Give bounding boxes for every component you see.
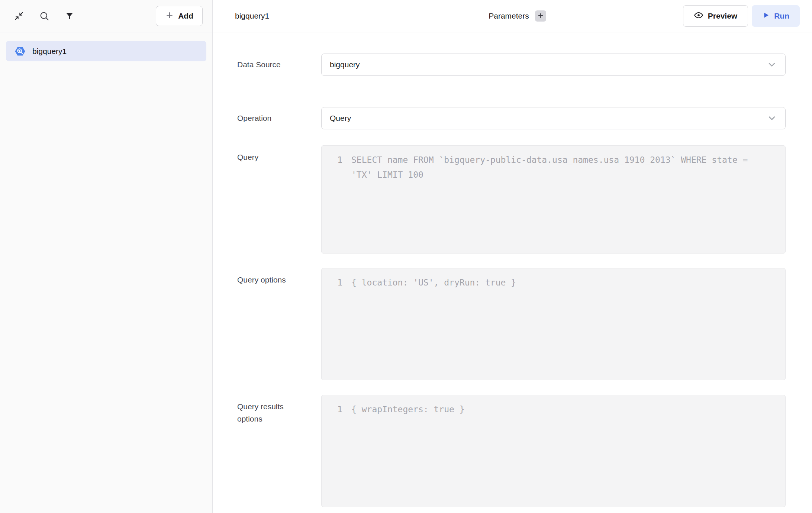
- query-list: bigquery1: [0, 32, 212, 70]
- query-item-label: bigquery1: [32, 47, 67, 56]
- query-options-label: Query options: [237, 268, 321, 286]
- app-window: Add bigquery1 bigquery1: [0, 0, 812, 513]
- chevron-down-icon: [767, 113, 777, 123]
- query-title: bigquery1: [235, 12, 269, 20]
- query-panel-sidebar: Add bigquery1: [0, 0, 213, 513]
- operation-value: Query: [330, 114, 351, 123]
- line-number: 1: [333, 275, 342, 290]
- chevron-down-icon: [767, 59, 777, 70]
- query-results-options-label: Query results options: [237, 395, 321, 425]
- add-query-button[interactable]: Add: [156, 6, 203, 26]
- add-parameter-button[interactable]: [535, 10, 546, 22]
- data-source-value: bigquery: [330, 60, 360, 69]
- line-number: 1: [333, 402, 342, 417]
- query-header: bigquery1 Parameters: [213, 0, 812, 32]
- data-source-row: Data Source bigquery: [237, 54, 786, 76]
- run-button[interactable]: Run: [752, 5, 800, 27]
- collapse-panel-button[interactable]: [13, 10, 25, 22]
- query-results-options-editor[interactable]: 1 { wrapIntegers: true }: [321, 395, 786, 507]
- query-code-editor[interactable]: 1 SELECT name FROM `bigquery-public-data…: [321, 145, 786, 254]
- query-results-options-row: Query results options 1 { wrapIntegers: …: [237, 395, 786, 507]
- query-options-editor[interactable]: 1 { location: 'US', dryRun: true }: [321, 268, 786, 380]
- query-options-row: Query options 1 { location: 'US', dryRun…: [237, 268, 786, 380]
- query-options-placeholder: { location: 'US', dryRun: true }: [351, 275, 772, 290]
- operation-select[interactable]: Query: [321, 107, 786, 129]
- query-label: Query: [237, 145, 321, 164]
- collapse-panel-icon: [14, 11, 24, 21]
- search-icon: [39, 11, 49, 21]
- query-list-item-bigquery1[interactable]: bigquery1: [6, 41, 206, 61]
- preview-button[interactable]: Preview: [683, 5, 748, 27]
- search-button[interactable]: [39, 10, 50, 22]
- run-label: Run: [774, 12, 789, 20]
- bigquery-icon: [14, 46, 26, 57]
- query-placeholder: SELECT name FROM `bigquery-public-data.u…: [351, 152, 772, 182]
- play-icon: [762, 12, 770, 21]
- line-number: 1: [333, 152, 342, 167]
- sidebar-toolbar: Add: [0, 0, 212, 32]
- query-row: Query 1 SELECT name FROM `bigquery-publi…: [237, 145, 786, 254]
- data-source-label: Data Source: [237, 59, 321, 71]
- operation-row: Operation Query: [237, 107, 786, 129]
- plus-icon: [537, 12, 544, 20]
- data-source-select[interactable]: bigquery: [321, 54, 786, 76]
- plus-icon: [165, 11, 174, 22]
- query-results-options-placeholder: { wrapIntegers: true }: [351, 402, 772, 417]
- filter-button[interactable]: [64, 10, 75, 22]
- add-query-label: Add: [178, 12, 193, 20]
- query-form: Data Source bigquery Operation: [213, 32, 812, 513]
- operation-label: Operation: [237, 112, 321, 125]
- main-panel: bigquery1 Parameters: [213, 0, 812, 513]
- eye-icon: [694, 10, 703, 22]
- preview-label: Preview: [708, 12, 737, 20]
- parameters-label: Parameters: [489, 12, 529, 20]
- filter-icon: [65, 11, 74, 21]
